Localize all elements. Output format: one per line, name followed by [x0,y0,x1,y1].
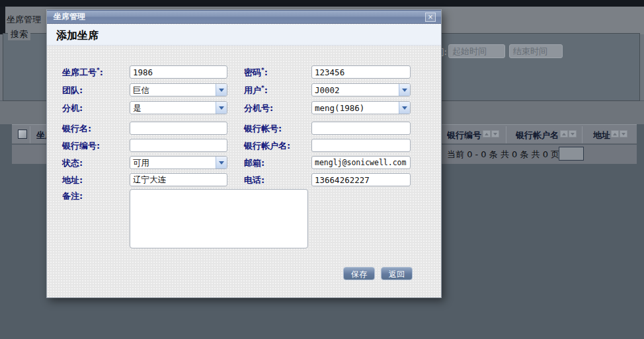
sort-desc-icon[interactable] [620,130,627,137]
bank-account-name-label: 银行帐户名: [244,140,290,152]
column-divider [506,126,506,143]
column-bank-account-name[interactable]: 银行帐户名 [516,130,559,141]
extension-select[interactable]: 是 [130,101,227,114]
user-label: 用户*: [244,85,268,96]
extension-label: 分机: [62,102,83,114]
bank-name-label: 银行名: [62,123,91,135]
remark-textarea[interactable] [130,189,308,248]
bank-code-input[interactable] [130,139,227,152]
select-all-checkbox[interactable] [18,130,27,139]
column-address[interactable]: 地址 [593,130,610,141]
sort-asc-icon[interactable] [483,130,491,137]
phone-input[interactable] [311,173,411,186]
email-input[interactable] [311,156,411,169]
column-bank-code[interactable]: 银行编号 [447,130,481,141]
extension-number-label: 分机号: [244,102,273,114]
end-time-input[interactable] [509,44,563,58]
chevron-down-icon [399,84,410,96]
close-icon[interactable]: × [425,13,436,22]
goto-page-input[interactable] [559,147,584,161]
search-legend: 搜索 [8,28,30,40]
sort-desc-icon[interactable] [491,130,499,137]
screen: 坐席管理 搜索 间: 坐席工号 银行编号 银行帐户名 地址 当前 0 - 0 条… [0,0,644,339]
address-input[interactable] [130,173,227,186]
address-sort [611,130,627,137]
chevron-down-icon [216,102,227,114]
bank-account-name-sort [560,130,577,137]
column-divider [30,126,30,143]
bank-account-input[interactable] [311,122,411,135]
address-label: 地址: [62,174,83,186]
sort-desc-icon[interactable] [569,130,577,137]
dialog-button-row: 保存 返回 [343,267,413,280]
bank-name-input[interactable] [130,122,227,135]
top-bar [0,0,644,7]
sort-asc-icon[interactable] [611,130,619,137]
agent-id-input[interactable] [130,65,227,79]
bank-account-label: 银行帐号: [244,123,282,135]
bank-code-sort [483,130,499,137]
left-gutter [0,7,5,34]
back-button[interactable]: 返回 [381,267,413,280]
user-select[interactable]: J0002 [311,83,411,96]
sort-asc-icon[interactable] [560,130,568,137]
chevron-down-icon [216,157,227,169]
column-divider [582,126,583,143]
phone-label: 电话: [244,174,264,186]
dialog-title: 坐席管理 [47,11,85,22]
dialog-heading-band: 添加坐席 [47,24,441,46]
status-label: 状态: [62,157,83,169]
dialog-titlebar[interactable]: 坐席管理 × [47,10,441,24]
nav-tab-seat-management[interactable]: 坐席管理 [7,14,41,26]
status-select[interactable]: 可用 [130,156,227,169]
bank-account-name-input[interactable] [311,139,411,152]
bank-code-label: 银行编号: [62,140,100,152]
email-label: 邮箱: [244,157,264,169]
chevron-down-icon [399,102,410,114]
save-button[interactable]: 保存 [343,267,375,280]
password-label: 密码*: [244,67,268,79]
team-select[interactable]: 巨信 [130,83,227,96]
chevron-down-icon [216,84,227,96]
add-agent-dialog: 坐席管理 × 添加坐席 坐席工号*: 密码*: 团队: 巨信 用户*: J000… [46,9,442,298]
remark-label: 备注: [62,190,83,202]
agent-id-label: 坐席工号*: [62,67,103,79]
team-label: 团队: [62,85,83,96]
dialog-heading: 添加坐席 [47,24,441,43]
start-time-input[interactable] [448,44,505,58]
extension-number-select[interactable]: meng(1986) [311,101,411,114]
password-input[interactable] [311,65,411,79]
